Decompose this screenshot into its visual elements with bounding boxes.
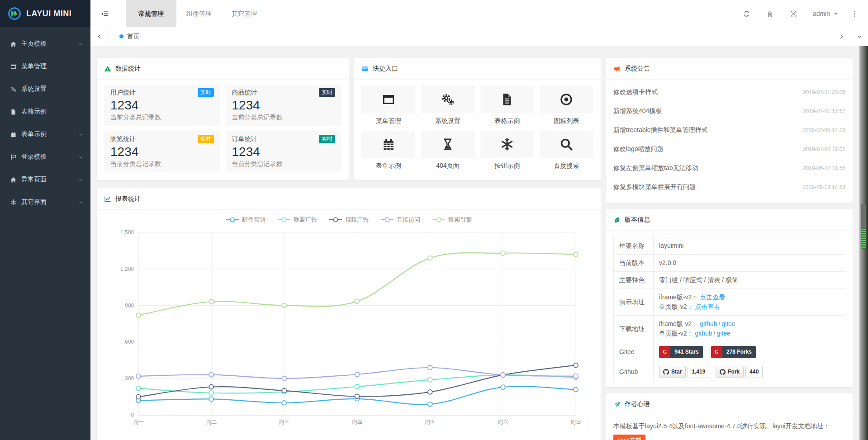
quick-entry-icon-box[interactable] xyxy=(361,131,415,158)
page-tab-label: 首页 xyxy=(127,33,140,41)
header-nav-tab[interactable]: 组件管理 xyxy=(176,0,222,27)
stat-card: 订单统计实时1234当前分类总记录数 xyxy=(226,131,342,172)
sidebar-item[interactable]: 其它界面 xyxy=(0,191,90,213)
file-icon xyxy=(500,92,514,107)
stat-title: 商品统计 xyxy=(232,89,257,97)
quick-entry-icon-box[interactable] xyxy=(540,131,593,158)
demo-spa-link[interactable]: 点击查看 xyxy=(695,303,720,310)
chevron-down-icon xyxy=(856,33,863,40)
fullscreen-button[interactable] xyxy=(782,0,806,27)
quick-entry-item[interactable]: 百度搜索 xyxy=(540,131,593,175)
author-intro-text: 本模板基于layui2.5.4以及font-awesome-4.7.0进行实现。… xyxy=(613,419,845,433)
demo-line1-prefix: iframe版-v2： xyxy=(659,293,698,301)
header-nav-tabs: 常规管理组件管理其它管理 xyxy=(126,0,267,27)
sidebar-item[interactable]: 主页模板 xyxy=(0,33,90,55)
legend-item[interactable]: 联盟广告 xyxy=(277,216,317,224)
sidebar-item[interactable]: 系统设置 xyxy=(0,78,90,100)
quick-entry-item[interactable]: 表格示例 xyxy=(480,86,534,131)
data-statistics-card: 数据统计 用户统计实时1234当前分类总记录数商品统计实时1234当前分类总记录… xyxy=(97,58,349,180)
quick-entry-item[interactable]: 表单示例 xyxy=(361,131,415,175)
quick-entry-icon-box[interactable] xyxy=(480,131,534,158)
tab-operations-button[interactable] xyxy=(850,27,868,46)
header-nav-tab[interactable]: 其它管理 xyxy=(222,0,267,27)
quick-entry-item[interactable]: 404页面 xyxy=(421,131,474,175)
notice-item[interactable]: 修改选项卡样式2019-07-11 23:06 xyxy=(613,83,845,102)
current-version: v2.0.0 xyxy=(654,255,845,272)
header-nav-tab[interactable]: 常规管理 xyxy=(126,0,176,27)
notice-text: 新增treetable插件和菜单管理样式 xyxy=(613,126,707,134)
gitee-stars-badge[interactable]: G941 Stars xyxy=(659,346,703,358)
sidebar-item[interactable]: 菜单管理 xyxy=(0,55,90,78)
stat-card: 商品统计实时1234当前分类总记录数 xyxy=(226,85,342,126)
sidebar-item[interactable]: 登录模板 xyxy=(0,146,90,168)
window-icon xyxy=(10,63,17,70)
legend-item[interactable]: 邮件营销 xyxy=(226,216,266,224)
refresh-button[interactable] xyxy=(735,0,759,27)
quick-entry-label: 百度搜索 xyxy=(540,158,593,175)
user-dropdown[interactable]: admin xyxy=(806,0,845,27)
legend-item[interactable]: 视频广告 xyxy=(329,216,369,224)
demo-line2-prefix: 单页版-v2： xyxy=(659,303,693,310)
sidebar-item[interactable]: 表格示例 xyxy=(0,100,90,123)
quick-entry-label: 菜单管理 xyxy=(361,113,415,131)
gitee-forks-badge[interactable]: G278 Forks xyxy=(711,346,756,358)
github-star-count[interactable]: 1,419 xyxy=(688,366,709,378)
quick-entry-icon-box[interactable] xyxy=(540,86,593,113)
sidebar-item-label: 表单示例 xyxy=(21,130,47,138)
legend-item[interactable]: 搜索引擎 xyxy=(432,216,472,224)
open-page-tabs: 首页 xyxy=(109,27,150,46)
clear-cache-button[interactable] xyxy=(759,0,782,27)
quick-entry-label: 系统设置 xyxy=(421,113,474,131)
menu-toggle-button[interactable] xyxy=(90,0,119,27)
download-gitee-link[interactable]: gitee xyxy=(721,320,735,327)
window-icon xyxy=(381,92,396,107)
quick-entry-icon-box[interactable] xyxy=(361,86,415,113)
legend-item[interactable]: 直接访问 xyxy=(380,216,420,224)
notice-item[interactable]: 新增系统404模板2019-07-11 12:57 xyxy=(613,102,845,121)
quick-entry-icon-box[interactable] xyxy=(421,131,474,158)
notice-item[interactable]: 修改logo缩放问题2019-07-04 11:02 xyxy=(613,140,845,159)
tabbar-right-controls xyxy=(832,27,868,46)
asterisk-icon xyxy=(10,199,17,206)
svg-text:0: 0 xyxy=(131,412,134,418)
notice-item[interactable]: 修复左侧菜单缩放tab无法移动2019-06-17 11:55 xyxy=(613,159,845,178)
github-fork-button[interactable]: Fork xyxy=(716,366,744,378)
vertical-scrollbar[interactable] xyxy=(859,46,868,440)
demo-iframe-link[interactable]: 点击查看 xyxy=(700,293,725,301)
notice-item[interactable]: 修复多模块菜单栏展开有问题2019-06-13 14:53 xyxy=(613,178,845,197)
quick-entry-icon-box[interactable] xyxy=(480,86,534,113)
download-gitee-link[interactable]: gitee xyxy=(716,330,730,337)
warning-triangle-icon xyxy=(104,65,111,72)
menu-indent-icon xyxy=(100,9,109,18)
page-tab-home[interactable]: 首页 xyxy=(109,27,150,46)
quick-entry-item[interactable]: 系统设置 xyxy=(421,86,474,131)
github-star-button[interactable]: Star xyxy=(659,366,686,378)
notice-item[interactable]: 新增treetable插件和菜单管理样式2019-07-05 14:28 xyxy=(613,121,845,140)
download-github-link[interactable]: github xyxy=(700,320,717,327)
quick-entry-item[interactable]: 按钮示例 xyxy=(480,131,534,175)
quick-entry-item[interactable]: 图标列表 xyxy=(540,86,593,131)
quick-entry-icon-box[interactable] xyxy=(421,86,474,113)
logo[interactable]: LAYUI MINI xyxy=(0,0,90,27)
card-title: 版本信息 xyxy=(625,216,650,224)
tab-scroll-left-button[interactable] xyxy=(90,27,109,46)
sidebar-item[interactable]: 表单示例 xyxy=(0,123,90,146)
tab-scroll-right-button[interactable] xyxy=(832,27,850,46)
sidebar-item-label: 表格示例 xyxy=(21,108,47,116)
gears-icon xyxy=(441,92,455,107)
layui-doc-badge[interactable]: layui文档 xyxy=(613,435,645,440)
quick-entry-item[interactable]: 菜单管理 xyxy=(361,86,415,131)
status-badge: 实时 xyxy=(198,135,214,143)
stat-title: 浏览统计 xyxy=(110,135,136,143)
card-title: 数据统计 xyxy=(115,65,141,73)
report-line-chart: 03006009001,2001,500周一周二周三周四周五周六周日 xyxy=(97,225,601,435)
notice-date: 2019-06-17 11:55 xyxy=(803,165,845,171)
github-fork-count[interactable]: 440 xyxy=(745,366,763,378)
download-github-link[interactable]: github xyxy=(695,330,712,337)
sidebar-item[interactable]: 异常页面 xyxy=(0,168,90,191)
svg-text:周五: 周五 xyxy=(425,419,436,425)
gitee-logo-icon: G xyxy=(711,346,722,358)
more-menu-button[interactable] xyxy=(845,0,863,27)
svg-text:周日: 周日 xyxy=(570,419,581,425)
scrollbar-thumb[interactable] xyxy=(861,203,866,229)
